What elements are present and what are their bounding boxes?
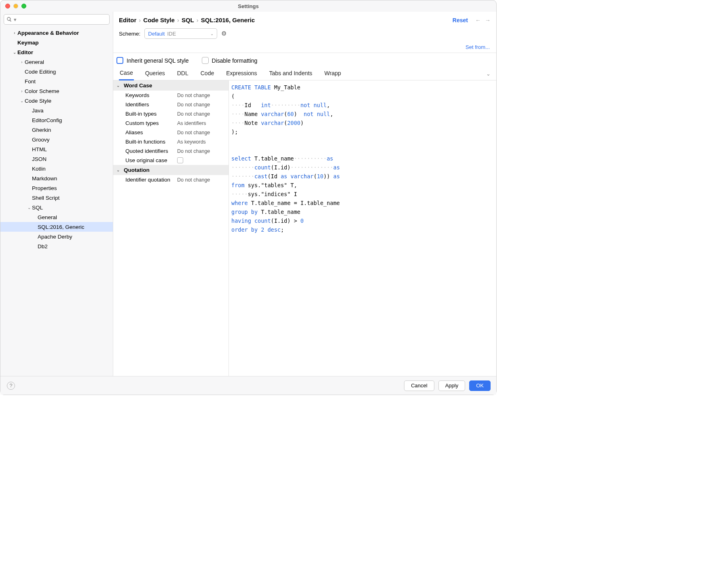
disable-label: Disable formatting	[212, 57, 258, 64]
sidebar-item-label: Code Style	[25, 98, 51, 104]
back-icon[interactable]: ←	[475, 17, 481, 23]
maximize-icon[interactable]	[21, 4, 26, 8]
chevron-right-icon: ›	[177, 17, 179, 23]
setting-label: Built-in functions	[125, 139, 177, 145]
sidebar-item-color-scheme[interactable]: ›Color Scheme	[0, 86, 113, 96]
chevron-down-icon: ⌄	[12, 50, 17, 55]
setting-quoted-identifiers[interactable]: Quoted identifiersDo not change	[113, 146, 229, 156]
setting-label: Keywords	[125, 92, 177, 98]
settings-column: ⌄Word CaseKeywordsDo not changeIdentifie…	[113, 80, 229, 376]
sidebar-item-general[interactable]: ›General	[0, 57, 113, 67]
search-input[interactable]: ▾	[4, 14, 110, 25]
crumb-sql[interactable]: SQL	[182, 17, 194, 23]
sidebar-item-sql-2016-generic[interactable]: SQL:2016, Generic	[0, 222, 113, 232]
footer: ? Cancel Apply OK	[0, 376, 496, 395]
chevron-down-icon: ⌄	[210, 32, 214, 36]
checkbox-icon	[202, 57, 209, 64]
sidebar-item-font[interactable]: Font	[0, 76, 113, 86]
tab-queries[interactable]: Queries	[144, 68, 166, 80]
sidebar-item-sql[interactable]: ⌄SQL	[0, 203, 113, 212]
tab-code[interactable]: Code	[200, 68, 215, 80]
section-quotation[interactable]: ⌄Quotation	[113, 165, 229, 175]
chevron-down-icon: ⌄	[26, 205, 32, 210]
setting-use-original-case[interactable]: Use original case	[113, 156, 229, 165]
sidebar-item-keymap[interactable]: Keymap	[0, 38, 113, 47]
setting-built-in-types[interactable]: Built-in typesDo not change	[113, 109, 229, 118]
sidebar-item-code-editing[interactable]: Code Editing	[0, 67, 113, 76]
sidebar-item-label: General	[38, 214, 57, 220]
tab-ddl[interactable]: DDL	[176, 68, 189, 80]
sidebar-item-label: Kotlin	[32, 166, 46, 172]
tab-wrapp[interactable]: Wrapp	[324, 68, 342, 80]
reset-link[interactable]: Reset	[453, 17, 468, 23]
setting-keywords[interactable]: KeywordsDo not change	[113, 91, 229, 100]
sidebar-item-label: Java	[32, 108, 44, 114]
disable-formatting-checkbox[interactable]: Disable formatting	[202, 57, 258, 64]
preview-column: CREATE TABLE My_Table(····Id int········…	[229, 80, 496, 376]
setting-value: Do not change	[177, 93, 210, 98]
tab-tabs-and-indents[interactable]: Tabs and Indents	[268, 68, 313, 80]
help-icon[interactable]: ?	[7, 382, 15, 390]
setting-identifiers[interactable]: IdentifiersDo not change	[113, 100, 229, 109]
sidebar-item-html[interactable]: HTML	[0, 144, 113, 154]
sidebar-item-label: Markdown	[32, 175, 57, 182]
setting-value: Do not change	[177, 111, 210, 117]
setting-identifier-quotation[interactable]: Identifier quotationDo not change	[113, 175, 229, 184]
tab-case[interactable]: Case	[119, 67, 134, 80]
chevron-down-icon: ⌄	[116, 168, 121, 172]
gear-icon[interactable]: ⚙	[221, 30, 226, 37]
setting-label: Custom types	[125, 120, 177, 126]
apply-button[interactable]: Apply	[438, 380, 466, 391]
sidebar-item-label: Apache Derby	[38, 234, 72, 240]
checkbox-icon[interactable]	[177, 157, 183, 163]
code-preview: CREATE TABLE My_Table(····Id int········…	[231, 83, 496, 234]
chevron-right-icon: ›	[197, 17, 199, 23]
scheme-value: Default	[148, 31, 165, 37]
sidebar-item-gherkin[interactable]: Gherkin	[0, 125, 113, 135]
tabs-more-icon[interactable]: ⌄	[486, 71, 491, 77]
sidebar-item-label: HTML	[32, 146, 47, 152]
setting-aliases[interactable]: AliasesDo not change	[113, 128, 229, 137]
forward-icon[interactable]: →	[485, 17, 491, 23]
sidebar-item-appearance-behavior[interactable]: ›Appearance & Behavior	[0, 28, 113, 38]
setting-custom-types[interactable]: Custom typesAs identifiers	[113, 118, 229, 128]
sidebar-item-label: Keymap	[17, 40, 39, 46]
sidebar-item-general[interactable]: General	[0, 212, 113, 222]
ok-button[interactable]: OK	[469, 380, 491, 391]
sidebar-item-db2[interactable]: Db2	[0, 241, 113, 251]
sidebar-item-groovy[interactable]: Groovy	[0, 135, 113, 144]
sidebar-item-label: Editor	[17, 49, 33, 55]
sidebar-item-shell-script[interactable]: Shell Script	[0, 193, 113, 203]
sidebar-item-java[interactable]: Java	[0, 106, 113, 115]
tab-expressions[interactable]: Expressions	[225, 68, 258, 80]
tabs: CaseQueriesDDLCodeExpressionsTabs and In…	[113, 67, 496, 80]
cancel-button[interactable]: Cancel	[404, 380, 434, 391]
sidebar-item-label: SQL	[32, 205, 43, 211]
set-from-link[interactable]: Set from...	[466, 44, 490, 50]
sidebar-item-kotlin[interactable]: Kotlin	[0, 164, 113, 173]
scheme-select[interactable]: Default IDE ⌄	[144, 28, 217, 39]
checkbox-icon	[116, 57, 123, 64]
section-word-case[interactable]: ⌄Word Case	[113, 80, 229, 91]
sidebar-item-properties[interactable]: Properties	[0, 183, 113, 193]
minimize-icon[interactable]	[13, 4, 18, 8]
crumb-editor[interactable]: Editor	[119, 17, 136, 23]
sidebar-item-code-style[interactable]: ⌄Code Style	[0, 96, 113, 106]
sidebar-item-json[interactable]: JSON	[0, 154, 113, 164]
section-title: Quotation	[124, 167, 150, 173]
crumb-code-style[interactable]: Code Style	[143, 17, 175, 23]
setting-value: As identifiers	[177, 120, 206, 126]
close-icon[interactable]	[5, 4, 10, 8]
search-icon	[6, 17, 12, 22]
inherit-checkbox[interactable]: Inherit general SQL style	[116, 57, 189, 64]
sidebar-item-markdown[interactable]: Markdown	[0, 173, 113, 183]
sidebar-item-editor[interactable]: ⌄Editor	[0, 47, 113, 57]
sidebar-item-apache-derby[interactable]: Apache Derby	[0, 232, 113, 241]
setting-label: Identifier quotation	[125, 177, 177, 183]
setting-built-in-functions[interactable]: Built-in functionsAs keywords	[113, 137, 229, 146]
sidebar-item-editorconfig[interactable]: EditorConfig	[0, 115, 113, 125]
sidebar-item-label: Groovy	[32, 137, 50, 143]
setting-label: Use original case	[125, 157, 177, 163]
settings-window: Settings ▾ ›Appearance & BehaviorKeymap⌄…	[0, 0, 497, 395]
sidebar-item-label: Code Editing	[25, 69, 56, 75]
